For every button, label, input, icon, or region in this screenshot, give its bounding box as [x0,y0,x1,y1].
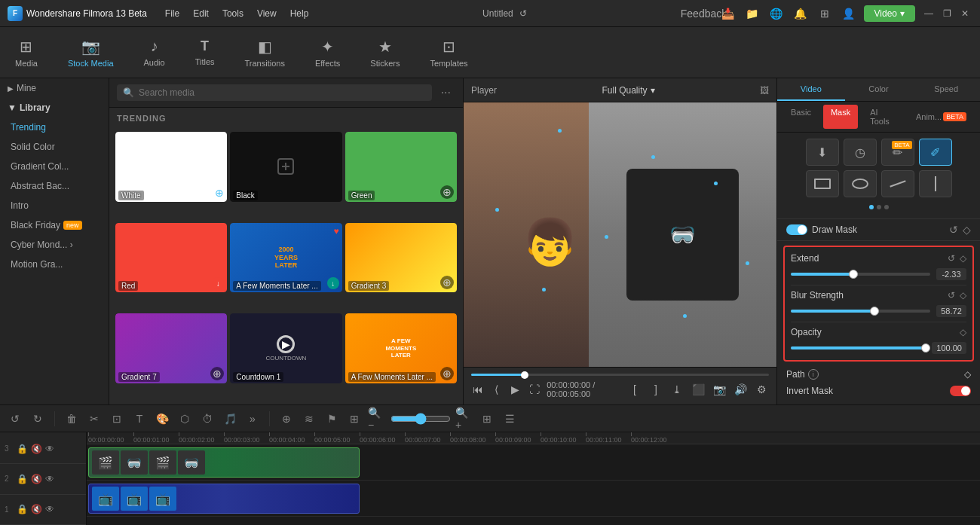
download-green-icon[interactable]: ⊕ [440,185,454,199]
track-eye-icon[interactable]: 👁 [45,444,54,454]
player-quality-dropdown[interactable]: Full Quality ▾ [602,85,654,96]
tab-color[interactable]: Color [845,78,913,101]
step-back-icon[interactable]: ⟨ [490,382,503,397]
path-keyframe-icon[interactable]: ◇ [964,369,971,380]
invert-mask-toggle[interactable] [950,386,971,396]
nav-transitions[interactable]: ◧ Transitions [237,33,292,72]
tl-paint-icon[interactable]: 🎨 [153,410,171,428]
list-item[interactable]: A FEWMOMENTSLATER A Few Moments Later ..… [345,313,457,383]
close-button[interactable]: ✕ [957,6,972,21]
sidebar-library-toggle[interactable]: ▼ Library [0,98,109,118]
volume-icon[interactable]: 🔊 [733,382,748,397]
sidebar-item-abstract-back[interactable]: Abstract Bac... [0,176,109,196]
shape-vline-btn[interactable] [919,170,952,197]
search-box[interactable]: 🔍 [117,84,432,101]
settings-icon[interactable]: ⚙ [754,382,769,397]
reset-draw-mask-icon[interactable]: ↺ [949,224,958,236]
sidebar-item-trending[interactable]: Trending [0,118,109,137]
tl-cut-icon[interactable]: ✂ [85,410,103,428]
progress-thumb[interactable] [521,371,528,379]
draw-mask-toggle[interactable] [786,224,807,235]
tl-ripple-icon[interactable]: ≋ [300,410,318,428]
nav-effects[interactable]: ✦ Effects [308,33,348,72]
screenshot-icon[interactable]: 🖼 [760,85,769,96]
keyframe-opacity-icon[interactable]: ◇ [960,327,966,337]
reset-blur-icon[interactable]: ↺ [948,290,955,301]
opacity-slider[interactable] [791,346,926,349]
tl-speed2-icon[interactable]: ⏱ [198,410,216,428]
list-item[interactable]: Gradient 7 ⊕ [115,313,227,383]
sidebar-mine-toggle[interactable]: ▶ Mine [0,78,109,98]
globe-icon[interactable]: 🌐 [767,5,786,23]
tl-undo-icon[interactable]: ↺ [6,410,24,428]
tl-audio-icon[interactable]: 🎵 [221,410,239,428]
track-mute-icon-2[interactable]: 🔇 [31,474,42,484]
keyframe-blur-icon[interactable]: ◇ [960,290,966,301]
extend-slider[interactable] [791,273,930,276]
inbox-icon[interactable]: 📥 [719,5,737,23]
tl-zoom-slider[interactable] [390,413,451,425]
nav-titles[interactable]: T Titles [188,34,222,71]
tl-delete-icon[interactable]: 🗑 [63,410,81,428]
tl-mask2-icon[interactable]: ⬡ [176,410,194,428]
blur-slider[interactable] [791,310,930,313]
sidebar-item-solid-color[interactable]: Solid Color [0,137,109,157]
nav-stock-media[interactable]: 📷 Stock Media [60,33,121,72]
more-options-icon[interactable]: ··· [436,84,455,101]
skip-back-icon[interactable]: ⏮ [471,382,484,397]
track-lock-icon[interactable]: 🔒 [17,444,28,454]
list-item[interactable]: 2000YEARSLATER ♥ A Few Moments Later ...… [230,223,341,293]
tl-magnet-icon[interactable]: ⊕ [277,410,296,428]
tl-grid-icon[interactable]: ⊞ [478,410,496,428]
menu-help[interactable]: Help [284,6,315,21]
add-white-icon[interactable]: ⊕ [215,187,224,199]
play-icon[interactable]: ▶ [509,382,522,397]
blur-thumb[interactable] [870,307,879,316]
progress-bar[interactable] [471,374,769,376]
mask-clock-btn[interactable]: ◷ [844,139,877,166]
menu-edit[interactable]: Edit [187,6,215,21]
mark-out-icon[interactable]: ] [648,382,663,397]
nav-audio[interactable]: ♪ Audio [136,33,173,72]
nav-media[interactable]: ⊞ Media [8,33,45,72]
fullscreen-icon[interactable]: ⛶ [528,382,541,397]
tl-crop-icon[interactable]: ⊡ [108,410,126,428]
subtab-anim[interactable]: Anim... BETA [908,105,974,129]
list-item[interactable]: Green ⊕ [345,132,457,202]
table-row[interactable]: 📺 📺 📺 [88,484,360,514]
tl-layout-icon[interactable]: ☰ [501,410,519,428]
sidebar-item-gradient-color[interactable]: Gradient Col... [0,157,109,176]
avatar[interactable]: 👤 [840,5,858,23]
path-info-icon[interactable]: i [808,369,819,380]
nav-templates[interactable]: ⊡ Templates [422,33,475,72]
track-lock-icon-2[interactable]: 🔒 [17,474,28,484]
mask-draw-btn[interactable]: ✐ [919,139,952,166]
nav-stickers[interactable]: ★ Stickers [363,33,407,72]
delete-draw-mask-icon[interactable]: ◇ [963,224,971,236]
subtab-ai-tools[interactable]: AI Tools [862,105,904,129]
media-icon[interactable]: 📁 [743,5,761,23]
tl-zoom-in-icon[interactable]: 🔍+ [455,410,473,428]
track-eye-icon-1[interactable]: 👁 [45,504,54,514]
shape-rect-btn[interactable] [806,170,839,197]
track-mute-icon[interactable]: 🔇 [31,444,42,454]
extend-thumb[interactable] [849,270,858,279]
shape-ellipse-btn[interactable] [844,170,877,197]
list-item[interactable]: Red ↓ [115,223,227,293]
tl-zoom-out-icon[interactable]: 🔍− [368,410,386,428]
menu-tools[interactable]: Tools [216,6,250,21]
menu-view[interactable]: View [251,6,283,21]
list-item[interactable]: ▶ COUNTDOWN Countdown 1 [230,313,341,383]
minimize-button[interactable]: — [921,6,936,21]
subtab-basic[interactable]: Basic [783,105,819,129]
opacity-thumb[interactable] [921,343,930,353]
maximize-button[interactable]: ❐ [939,6,954,21]
table-row[interactable]: 🎬 🥽 🎬 🥽 [88,447,360,478]
mask-pen-btn[interactable]: ✏ BETA [881,139,914,166]
grid-icon[interactable]: ⊞ [816,5,834,23]
extract-icon[interactable]: ⤓ [669,382,684,397]
menu-file[interactable]: File [159,6,185,21]
sidebar-item-intro[interactable]: Intro [0,196,109,215]
subtab-mask[interactable]: Mask [823,105,858,129]
tl-redo-icon[interactable]: ↻ [29,410,47,428]
